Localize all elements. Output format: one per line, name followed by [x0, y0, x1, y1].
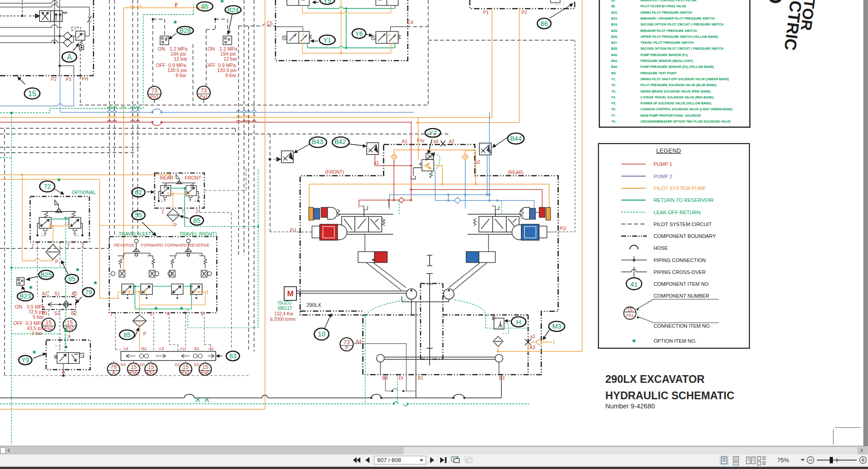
- svg-text:S1: S1: [175, 362, 180, 367]
- svg-text:B27.: B27.: [611, 41, 618, 44]
- svg-text:P: P: [143, 331, 146, 336]
- svg-text:Pb1: Pb1: [151, 94, 159, 99]
- svg-text:A4: A4: [123, 346, 129, 351]
- svg-text:6BG1T: 6BG1T: [278, 306, 292, 311]
- svg-text:PRESSURE SENSOR (NEGA-CONT): PRESSURE SENSOR (NEGA-CONT): [640, 59, 693, 63]
- svg-text:(FRONT): (FRONT): [325, 170, 344, 175]
- svg-text:86.: 86.: [611, 5, 616, 8]
- svg-text:15: 15: [627, 307, 633, 312]
- svg-text:85: 85: [193, 217, 201, 224]
- svg-text:SECOND OPTION PILOT CIRCUIT 2: SECOND OPTION PILOT CIRCUIT 2 PRESSURE S…: [640, 23, 723, 26]
- svg-text:REVERSE: REVERSE: [189, 242, 209, 247]
- svg-text:A: A: [67, 53, 72, 61]
- svg-text:B44: B44: [510, 135, 522, 142]
- svg-text:OPTIONAL: OPTIONAL: [72, 190, 96, 195]
- svg-text:T: T: [67, 243, 70, 248]
- svg-text:PILOT SYSTEM PUMP: PILOT SYSTEM PUMP: [654, 186, 706, 191]
- svg-text:Y3.: Y3.: [611, 90, 616, 93]
- svg-text:9 bar: 9 bar: [225, 72, 236, 78]
- svg-text:P1: P1: [483, 10, 489, 15]
- svg-text:ON: ON: [158, 46, 165, 52]
- svg-text:C4: C4: [407, 20, 413, 25]
- svg-text:P3: P3: [66, 77, 72, 82]
- svg-text:41: 41: [630, 281, 638, 288]
- svg-text:B26.: B26.: [611, 35, 618, 38]
- svg-text:63: 63: [229, 352, 237, 360]
- svg-text:P: P: [174, 223, 177, 228]
- svg-text:79: 79: [110, 364, 117, 370]
- svg-text:REVERSE: REVERSE: [114, 242, 135, 247]
- svg-text:ON: ON: [15, 304, 22, 309]
- svg-text:Pa2: Pa2: [45, 326, 53, 331]
- svg-text:FORWARD: FORWARD: [165, 242, 187, 247]
- svg-text:B42: B42: [335, 138, 346, 145]
- svg-text:3: 3: [201, 311, 203, 316]
- svg-text:86: 86: [541, 20, 548, 27]
- svg-text:SWING PILOT SHUT-OFF SOLENOID: SWING PILOT SHUT-OFF SOLENOID VALVE (GRE…: [640, 77, 729, 81]
- svg-text:M3: M3: [552, 323, 561, 330]
- svg-text:Pa1: Pa1: [200, 94, 208, 99]
- svg-text:PUMP 2: PUMP 2: [654, 174, 672, 179]
- svg-text:B22.: B22.: [611, 11, 618, 14]
- svg-text:Y4.: Y4.: [611, 96, 616, 99]
- svg-text:B25: B25: [41, 271, 52, 278]
- svg-text:B1: B1: [42, 311, 48, 316]
- svg-text:15: 15: [46, 320, 52, 326]
- svg-text:Pa1: Pa1: [182, 370, 190, 375]
- svg-text:HOSE: HOSE: [654, 245, 668, 251]
- svg-text:SWING BRAKE SOLENOID VALVE (PI: SWING BRAKE SOLENOID VALVE (PINK BAND): [640, 90, 711, 93]
- svg-text:85: 85: [124, 331, 131, 339]
- svg-text:B28: B28: [180, 27, 191, 34]
- svg-text:SECOND OPTION PILOT CIRCUIT 1: SECOND OPTION PILOT CIRCUIT 1 PRESSURE S…: [640, 47, 723, 50]
- svg-text:T: T: [68, 335, 70, 340]
- svg-text:P: P: [175, 3, 178, 8]
- svg-text:CUSHION CONTROL SOLENOID VALVE: CUSHION CONTROL SOLENOID VALVE (LIGHT GR…: [640, 108, 733, 111]
- svg-text:PIPING CONNECTION: PIPING CONNECTION: [654, 258, 706, 263]
- svg-text:Y6: Y6: [355, 30, 363, 37]
- svg-text:*: *: [94, 279, 97, 289]
- svg-text:132,4 Kw: 132,4 Kw: [274, 311, 293, 316]
- svg-text:PIPING CROSS-OVER: PIPING CROSS-OVER: [654, 269, 706, 275]
- svg-text:85: 85: [201, 3, 208, 10]
- svg-text:CONNECTION ITEM NO.: CONNECTION ITEM NO.: [654, 323, 711, 329]
- svg-text:S4: S4: [120, 362, 126, 367]
- svg-text:Y7: Y7: [429, 129, 437, 137]
- svg-text:COMPONENT ITEM NO.: COMPONENT ITEM NO.: [654, 281, 710, 287]
- svg-text:MAIN PUMP PROPORTIONAL SOLENOI: MAIN PUMP PROPORTIONAL SOLENOID: [640, 114, 701, 117]
- svg-text:PILOT PRESSURE SOLENOID VALVE: PILOT PRESSURE SOLENOID VALVE (BLUE BAND…: [640, 83, 717, 87]
- svg-text:9 bar: 9 bar: [176, 72, 187, 78]
- svg-text:P2: P2: [521, 10, 527, 15]
- svg-text:A1: A1: [402, 139, 408, 144]
- svg-text:290LX EXCAVATOR: 290LX EXCAVATOR: [605, 373, 705, 385]
- svg-text:a3: a3: [530, 334, 535, 339]
- svg-text:B2: B2: [71, 311, 77, 316]
- svg-text:10: 10: [318, 330, 326, 338]
- svg-text:T: T: [184, 311, 187, 316]
- svg-text:B3: B3: [499, 376, 505, 381]
- svg-text:M3.: M3.: [611, 72, 616, 75]
- svg-text:15: 15: [148, 364, 154, 370]
- svg-text:62: 62: [135, 189, 142, 196]
- svg-text:*: *: [632, 337, 636, 347]
- svg-text:B2: B2: [141, 346, 147, 351]
- svg-text:(REAR): (REAR): [508, 170, 523, 175]
- svg-text:B25.: B25.: [611, 29, 618, 32]
- svg-text:UPPER PILOT PRESSURE SWITCH (Y: UPPER PILOT PRESSURE SWITCH (YELLOW BAND…: [640, 35, 718, 39]
- svg-text:P2: P2: [51, 77, 57, 82]
- svg-text:15: 15: [67, 320, 73, 326]
- svg-text:OPTION ITEM NO.: OPTION ITEM NO.: [654, 338, 696, 344]
- svg-text:2 STAGE TRAVEL SOLENOID VALVE: 2 STAGE TRAVEL SOLENOID VALVE (RED BAND): [640, 96, 713, 99]
- svg-text:Y6.: Y6.: [611, 108, 616, 111]
- svg-text:1: 1: [161, 209, 164, 214]
- svg-text:COMPONENT NUMBER: COMPONENT NUMBER: [654, 293, 709, 299]
- svg-text:B23: B23: [20, 293, 31, 300]
- svg-text:*: *: [173, 19, 177, 28]
- svg-text:C5: C5: [267, 21, 273, 26]
- svg-text:A: A: [62, 370, 65, 375]
- svg-text:FORWARD: FORWARD: [141, 242, 163, 247]
- svg-text:B43.: B43.: [611, 59, 618, 62]
- svg-text:Pb2: Pb2: [66, 326, 74, 331]
- svg-text:*: *: [29, 284, 33, 294]
- svg-text:T: T: [182, 209, 184, 214]
- svg-text:B24.: B24.: [611, 23, 618, 26]
